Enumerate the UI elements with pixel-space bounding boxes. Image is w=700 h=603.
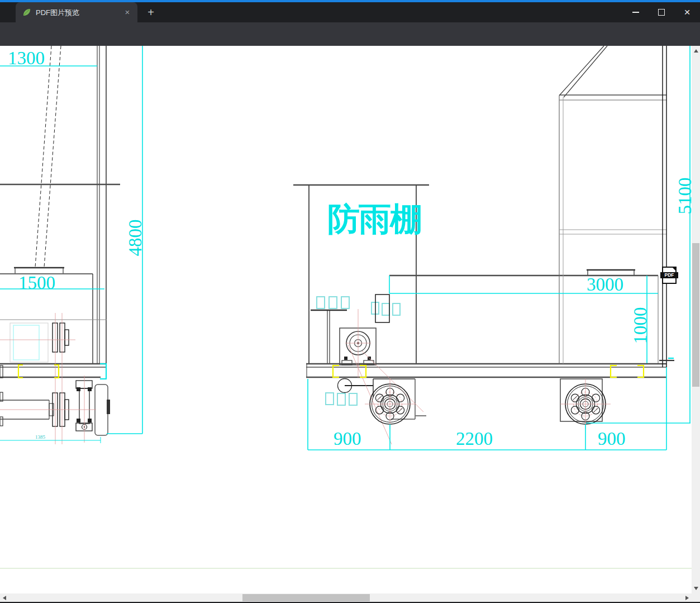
vertical-scrollbar[interactable]	[692, 46, 700, 593]
page-separator-line	[0, 568, 692, 569]
window-close-button[interactable]: ×	[674, 2, 700, 22]
tab-title: PDF图片预览	[36, 8, 79, 18]
rain-shed-label: 防雨棚	[327, 201, 421, 237]
maximize-button[interactable]	[649, 2, 674, 22]
dim-label-900-rear: 900	[598, 430, 626, 448]
dim-label-1500: 1500	[18, 274, 55, 292]
scrollbar-corner	[692, 593, 700, 602]
wheel-bracket-rear	[560, 379, 602, 421]
dim-label-3000: 3000	[587, 276, 623, 294]
dim-label-4800: 4800	[126, 213, 145, 263]
window-controls: ×	[623, 2, 700, 22]
browser-window: PDF图片预览 × + × ← → ⟳ ⌂ ⓘ localhost:8012/o…	[0, 0, 700, 603]
scroll-left-icon[interactable]	[3, 596, 6, 600]
rear-frame	[559, 46, 674, 367]
horizontal-scrollbar[interactable]	[0, 593, 692, 602]
dim-label-1385: 1385	[35, 435, 45, 440]
pdf-badge-text: PDF	[660, 272, 678, 278]
front-elevation-view	[293, 46, 674, 444]
dim-label-900-front: 900	[334, 430, 361, 448]
cad-drawing	[0, 46, 692, 568]
new-tab-button[interactable]: +	[144, 6, 158, 19]
minimize-button[interactable]	[623, 2, 649, 22]
titlebar: PDF图片预览 × + ×	[0, 2, 700, 22]
dim-label-1300: 1300	[8, 49, 45, 68]
vertical-scroll-thumb[interactable]	[692, 243, 699, 387]
wheel-bracket-front	[373, 379, 426, 419]
tab-close-icon[interactable]: ×	[122, 7, 133, 18]
left-side-view	[0, 46, 120, 444]
dim-label-5100: 5100	[676, 171, 692, 221]
pdf-download-icon[interactable]: PDF	[662, 267, 677, 284]
browser-toolbar: ← → ⟳ ⌂ ⓘ localhost:8012/onlinePreview?u…	[0, 22, 700, 46]
browser-tab[interactable]: PDF图片预览 ×	[16, 2, 137, 22]
page-fold-corner	[672, 267, 677, 272]
scroll-right-icon[interactable]	[685, 596, 689, 600]
dimension-lines	[0, 46, 691, 450]
horizontal-scroll-thumb[interactable]	[242, 594, 370, 601]
dim-label-2200: 2200	[456, 430, 493, 448]
spring-leaf-favicon	[22, 8, 31, 17]
dim-label-1000: 1000	[631, 301, 650, 351]
scroll-down-icon[interactable]	[694, 587, 698, 590]
preview-page: 1300 4800 1500 1385 5100 3000 1000 900 2…	[0, 46, 692, 603]
scroll-up-icon[interactable]	[694, 49, 698, 53]
